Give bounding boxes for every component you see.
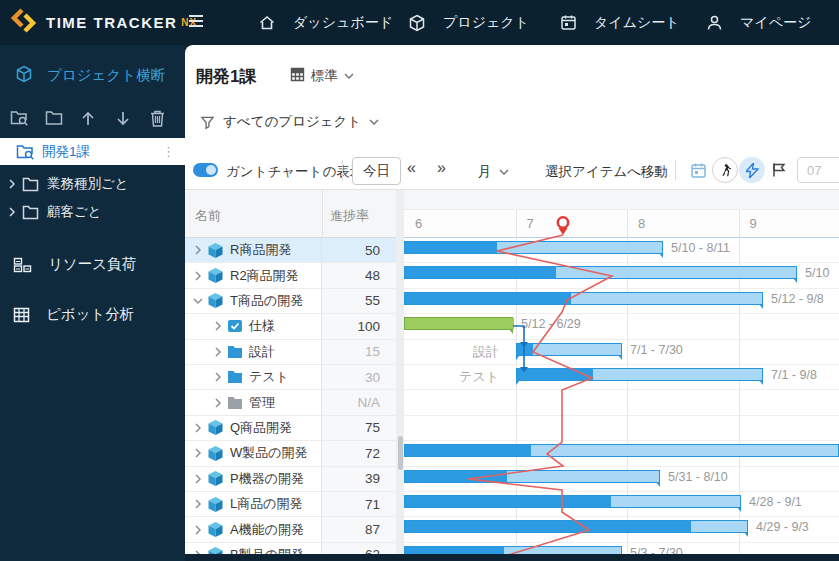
table-row[interactable]: Q商品開発75 bbox=[185, 416, 396, 441]
gantt-bar[interactable] bbox=[404, 520, 748, 533]
nav-item-2[interactable]: プロジェクト bbox=[408, 0, 529, 45]
calendar-display-button[interactable] bbox=[685, 157, 711, 183]
table-header: 名前 進捗率 bbox=[185, 190, 396, 238]
sidebar-nav-2[interactable]: ピボット分析 bbox=[0, 305, 185, 324]
gantt-bar-dates: 4/28 - 9/1 bbox=[749, 495, 802, 509]
table-row[interactable]: 管理N/A bbox=[185, 390, 396, 415]
chev-right-icon[interactable] bbox=[194, 448, 202, 458]
chev-right-icon[interactable] bbox=[194, 271, 202, 281]
row-name: 管理 bbox=[249, 394, 275, 412]
move-to-selection-button[interactable]: 選択アイテムへ移動 bbox=[545, 163, 668, 181]
folder-search-button[interactable] bbox=[10, 110, 28, 130]
table-row[interactable]: L商品の開発71 bbox=[185, 492, 396, 517]
time-scale-selector[interactable]: 月 bbox=[478, 163, 509, 181]
gantt-toggle[interactable] bbox=[193, 163, 218, 177]
gantt-bar[interactable] bbox=[404, 292, 763, 305]
cube3d-icon bbox=[207, 242, 224, 259]
vertical-scrollbar-thumb[interactable] bbox=[398, 436, 403, 470]
nav-item-4[interactable]: マイページ bbox=[706, 0, 811, 45]
view-selector[interactable]: 標準 bbox=[290, 67, 354, 85]
table-row[interactable]: 仕様100 bbox=[185, 314, 396, 339]
chev-right-icon[interactable] bbox=[194, 245, 202, 255]
sidebar-item-2[interactable]: 業務種別ごと bbox=[0, 170, 185, 198]
row-progress: 55 bbox=[322, 289, 396, 313]
nav-item-label: タイムシート bbox=[594, 14, 680, 32]
sidebar-item-label: 業務種別ごと bbox=[47, 175, 129, 193]
gantt-bar[interactable] bbox=[404, 444, 839, 457]
chevron-down-icon bbox=[499, 169, 509, 175]
gantt-bar[interactable] bbox=[516, 368, 763, 381]
hamburger-menu-icon[interactable] bbox=[186, 11, 206, 35]
row-name: R2商品開発 bbox=[230, 267, 299, 285]
gantt-bar[interactable] bbox=[516, 343, 622, 356]
gantt-row: 5/10 bbox=[404, 263, 839, 288]
splitter[interactable] bbox=[396, 190, 404, 561]
gantt-bar[interactable] bbox=[404, 470, 660, 483]
sidebar-nav-1[interactable]: リソース負荷 bbox=[0, 255, 185, 274]
nav-item-3[interactable]: タイムシート bbox=[560, 0, 680, 45]
brand-name: TIME TRACKER bbox=[46, 14, 177, 31]
gantt-bar[interactable] bbox=[404, 266, 797, 279]
chev-right-icon[interactable] bbox=[194, 474, 202, 484]
gantt-row bbox=[404, 390, 839, 415]
table-row[interactable]: T商品の開発55 bbox=[185, 289, 396, 314]
chev-right-icon[interactable] bbox=[194, 525, 202, 535]
name-column-header[interactable]: 名前 bbox=[195, 207, 221, 225]
project-filter[interactable]: すべてのプロジェクト bbox=[200, 113, 379, 131]
kebab-menu-icon[interactable]: ⋮ bbox=[162, 144, 175, 159]
chev-right-icon[interactable] bbox=[214, 321, 222, 331]
prev-period-button[interactable]: « bbox=[407, 159, 418, 177]
table-row[interactable]: A機能の開発87 bbox=[185, 517, 396, 542]
sidebar-item-label: 顧客ごと bbox=[47, 203, 102, 221]
gantt-bar-dates: 4/29 - 9/3 bbox=[756, 520, 809, 534]
walking-person-icon bbox=[718, 163, 733, 178]
gantt-bar[interactable] bbox=[404, 317, 513, 330]
chev-right-icon[interactable] bbox=[214, 347, 222, 357]
row-name: P機器の開発 bbox=[230, 470, 304, 488]
arrow-up-button[interactable] bbox=[80, 110, 96, 131]
sidebar-item-label: 開発1課 bbox=[42, 143, 90, 161]
row-name: A機能の開発 bbox=[230, 521, 304, 539]
chev-right-icon[interactable] bbox=[194, 499, 202, 509]
row-progress: 72 bbox=[322, 441, 396, 465]
bottom-strip bbox=[185, 554, 839, 561]
milestone-display-button[interactable] bbox=[766, 157, 792, 183]
cube3d-icon bbox=[207, 419, 224, 436]
divider bbox=[675, 160, 676, 180]
table-row[interactable]: 設計15 bbox=[185, 340, 396, 365]
sidebar-section-projects[interactable]: プロジェクト横断 bbox=[0, 65, 185, 86]
table-row[interactable]: テスト30 bbox=[185, 365, 396, 390]
chev-right-icon[interactable] bbox=[214, 398, 222, 408]
folder-add-button[interactable] bbox=[45, 110, 63, 130]
gantt-row bbox=[404, 416, 839, 441]
nav-item-1[interactable]: ダッシュボード bbox=[258, 0, 393, 45]
next-period-button[interactable]: » bbox=[437, 159, 448, 177]
chev-down-icon[interactable] bbox=[193, 297, 203, 305]
trash-button[interactable] bbox=[150, 110, 165, 131]
table-row[interactable]: R2商品開発48 bbox=[185, 263, 396, 288]
cube3d-icon bbox=[207, 496, 224, 513]
sidebar-item-1[interactable]: 開発1課⋮ bbox=[0, 138, 185, 165]
cube3d-icon bbox=[207, 292, 224, 309]
gantt-bar[interactable] bbox=[404, 241, 663, 254]
table-row[interactable]: R商品開発50 bbox=[185, 238, 396, 263]
user-icon bbox=[706, 14, 723, 31]
walker-display-button[interactable] bbox=[712, 157, 738, 183]
row-progress: 50 bbox=[322, 238, 396, 262]
date-input[interactable]: 07 bbox=[797, 157, 839, 183]
brand-logo[interactable]: TIME TRACKER NX bbox=[10, 0, 197, 45]
chev-right-icon[interactable] bbox=[214, 372, 222, 382]
progress-line-button[interactable] bbox=[739, 157, 765, 183]
sidebar-item-3[interactable]: 顧客ごと bbox=[0, 198, 185, 226]
progress-column-header[interactable]: 進捗率 bbox=[330, 207, 369, 225]
table-row[interactable]: W製品の開発72 bbox=[185, 441, 396, 466]
gantt-bar[interactable] bbox=[404, 495, 741, 508]
chev-right-icon[interactable] bbox=[8, 207, 16, 217]
today-button[interactable]: 今日 bbox=[352, 157, 401, 185]
table-row[interactable]: P機器の開発39 bbox=[185, 467, 396, 492]
arrow-down-button[interactable] bbox=[115, 110, 131, 131]
row-progress: 15 bbox=[322, 340, 396, 364]
chev-right-icon[interactable] bbox=[194, 423, 202, 433]
arrow-up-icon bbox=[80, 110, 96, 127]
chev-right-icon[interactable] bbox=[8, 179, 16, 189]
